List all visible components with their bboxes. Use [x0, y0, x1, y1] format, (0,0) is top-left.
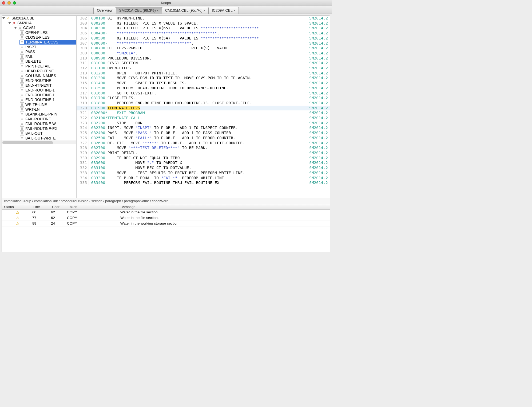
tab[interactable]: Overview — [93, 7, 116, 14]
doc-icon — [20, 107, 24, 111]
tree-item[interactable]: CLOSE-FILES — [19, 35, 76, 40]
tree-program[interactable]: SM201A — [8, 21, 76, 25]
outline-tree[interactable]: SM201A.CBL SM201A — [2, 16, 77, 198]
code-line[interactable]: 331 033000 MOVE "." TO PARDOT-XSM2014.2 — [77, 160, 330, 165]
disclosure-icon[interactable] — [14, 27, 17, 29]
code-line[interactable]: 319 031800 PERFORM END-ROUTINE THRU END-… — [77, 101, 330, 106]
tree-root[interactable]: SM201A.CBL — [2, 16, 76, 21]
scrollbar-thumb[interactable] — [2, 141, 53, 144]
tree-section[interactable]: CCVS1 — [14, 25, 76, 30]
tree-item[interactable]: BAIL-OUT-WRITE — [19, 136, 76, 141]
message-row[interactable]: ⚠7762COPYWater in the file section. — [2, 215, 330, 221]
disclosure-icon[interactable] — [8, 22, 11, 24]
close-tab-icon[interactable]: x — [157, 9, 158, 12]
code-line[interactable]: 332 033100 MOVE REC-CT TO DOTVALUE.SM201… — [77, 165, 330, 170]
code-line[interactable]: 304 030300 02 FILLER PIC IS X(65) VALUE … — [77, 26, 330, 31]
msg-line: 99 — [32, 221, 51, 226]
code-text: 031200 OPEN OUTPUT PRINT-FILE.SM2014.2 — [89, 71, 330, 76]
tree-item-label: CLOSE-FILES — [25, 35, 50, 39]
tree-item[interactable]: END-ROUTINE — [19, 78, 76, 83]
code-line[interactable]: 302 030100 01 HYPHEN-LINE.SM2014.2 — [77, 16, 330, 21]
tree-item[interactable]: END-ROUTINE-1 — [19, 88, 76, 93]
message-row[interactable]: ⚠6062COPYWater in the file section. — [2, 210, 330, 215]
code-line[interactable]: 317 031600 GO TO CCVS1-EXIT.SM2014.2 — [77, 91, 330, 96]
code-text: 033200 MOVE TEST-RESULTS TO PRINT-REC. P… — [89, 170, 330, 175]
tree-item[interactable]: HEAD-ROUTINE — [19, 69, 76, 73]
line-number: 307 — [77, 41, 89, 46]
message-row[interactable]: ⚠9924COPYWater in the working storage se… — [2, 221, 330, 226]
line-number: 314 — [77, 75, 89, 81]
code-text: 031100 OPEN-FILES.SM2014.2 — [89, 66, 330, 71]
code-line[interactable]: 321 032000* EXIT PROGRAM.SM2014.2 — [77, 110, 330, 115]
code-line[interactable]: 312 031100 OPEN-FILES.SM2014.2 — [77, 66, 330, 71]
code-line[interactable]: 327 032600 DE-LETE. MOVE "*****" TO P-OR… — [77, 141, 330, 146]
tree-item[interactable]: FAIL-ROUTINE-W — [19, 121, 76, 126]
code-line[interactable]: 318 031700 CLOSE-FILES.SM2014.2 — [77, 95, 330, 101]
tree-item[interactable]: END-ROUTINE-1 — [19, 93, 76, 97]
tree-item[interactable]: WRT-LN — [19, 107, 76, 112]
tree-item[interactable]: PASS — [19, 49, 76, 54]
code-line[interactable]: 306 030500 02 FILLER PIC IS X(54) VALUE … — [77, 36, 330, 41]
code-text: 031400 MOVE SPACE TO TEST-RESULTS.SM2014… — [89, 81, 330, 86]
code-text: 031800 PERFORM END-ROUTINE THRU END-ROUT… — [89, 101, 330, 106]
code-line[interactable]: 330 032900 IF REC-CT NOT EQUAL TO ZEROSM… — [77, 155, 330, 161]
tree-item-label: END-ROUTINE — [25, 78, 51, 83]
code-line[interactable]: 313 031200 OPEN OUTPUT PRINT-FILE.SM2014… — [77, 71, 330, 76]
tree-item[interactable]: END-ROUTINE-1 — [19, 97, 76, 102]
code-line[interactable]: 323 032200 STOP RUN.SM2014.2 — [77, 121, 330, 126]
tree-item[interactable]: INSPT — [19, 45, 76, 49]
col-line[interactable]: Line — [32, 205, 51, 209]
tree-item[interactable]: BAIL-OUT — [19, 131, 76, 136]
tree-item[interactable]: TERMINATE-CCVS — [19, 40, 76, 45]
code-line[interactable]: 322 032100*TERMINATE-CALL.SM2014.2 — [77, 115, 330, 121]
code-line[interactable]: 334 033300 IF P-OR-F EQUAL TO "FAIL*" PE… — [77, 175, 330, 181]
code-line[interactable]: 303 030200 02 FILLER PIC IS X VALUE IS S… — [77, 21, 330, 26]
tab[interactable]: IC209A.CBLx — [208, 7, 239, 14]
tab[interactable]: CM105M.CBL (95.7%)x — [162, 7, 209, 14]
code-line[interactable]: 324 032300 INSPT. MOVE "INSPT" TO P-OR-F… — [77, 125, 330, 130]
close-tab-icon[interactable]: x — [204, 9, 205, 12]
tree-item-label: DE-LETE — [25, 59, 41, 63]
titlebar[interactable]: Koopa — [0, 0, 332, 6]
code-line[interactable]: 316 031500 PERFORM HEAD-ROUTINE THRU COL… — [77, 86, 330, 91]
tree-item[interactable]: FAIL — [19, 54, 76, 59]
code-editor[interactable]: 302 030100 01 HYPHEN-LINE.SM2014.2303 03… — [77, 16, 330, 198]
code-line[interactable]: 308 030700 01 CCVS-PGM-ID PIC X(9) VALUE… — [77, 46, 330, 51]
tree-item[interactable]: DE-LETE — [19, 59, 76, 64]
code-line[interactable]: 307 030600- "***************************… — [77, 41, 330, 46]
tree-item[interactable]: BLANK-LINE-PRIN — [19, 112, 76, 117]
code-line[interactable]: 314 031300 MOVE CCVS-PGM-ID TO TEST-ID. … — [77, 75, 330, 81]
tree-item[interactable]: PRINT-DETAIL — [19, 64, 76, 69]
tree-item[interactable]: WRITE-LINE — [19, 102, 76, 107]
code-line[interactable]: 315 031400 MOVE SPACE TO TEST-RESULTS.SM… — [77, 81, 330, 86]
tab[interactable]: SM201A.CBL (99.3%)x — [116, 7, 162, 14]
tree-item[interactable]: OPEN-FILES — [19, 30, 76, 35]
tree-item-label: FAIL-ROUTINE-EX — [25, 126, 57, 131]
breadcrumb[interactable]: compilationGroup / compilationUnit / pro… — [2, 198, 330, 204]
code-line[interactable]: 333 033200 MOVE TEST-RESULTS TO PRINT-RE… — [77, 170, 330, 175]
code-line[interactable]: 329 032800 PRINT-DETAIL.SM2014.2 — [77, 150, 330, 155]
code-line[interactable]: 311 031000 CCVS1 SECTION.SM2014.2 — [77, 61, 330, 66]
tree-horizontal-scrollbar[interactable] — [2, 141, 76, 144]
code-line[interactable]: 328 032700 MOVE "****TEST DELETED****" T… — [77, 145, 330, 150]
code-line[interactable]: 305 030400- "***************************… — [77, 31, 330, 36]
col-status[interactable]: Status — [3, 205, 32, 209]
disclosure-icon[interactable] — [2, 17, 5, 19]
tree-item-label: FAIL — [25, 54, 33, 59]
code-line[interactable]: 326 032500 FAIL. MOVE "FAIL*" TO P-OR-F.… — [77, 135, 330, 141]
tree-item-label: END-ROUTINE-1 — [25, 93, 55, 97]
tree-item[interactable]: COLUMN-NAMES- — [19, 73, 76, 78]
col-message[interactable]: Message — [120, 205, 329, 209]
tree-item[interactable]: END-RTN-EXIT — [19, 83, 76, 88]
col-char[interactable]: Char — [51, 205, 67, 209]
code-line[interactable]: 309 030800 "SM201A".SM2014.2 — [77, 51, 330, 56]
close-tab-icon[interactable]: x — [234, 9, 235, 12]
tree-item[interactable]: FAIL-ROUTINE — [19, 117, 76, 121]
col-token[interactable]: Token — [67, 205, 120, 209]
code-line[interactable]: 335 033400 PERFORM FAIL-ROUTINE THRU FAI… — [77, 180, 330, 185]
code-line[interactable]: 310 030900 PROCEDURE DIVISION.SM2014.2 — [77, 56, 330, 61]
tree-item[interactable]: FAIL-ROUTINE-EX — [19, 126, 76, 131]
code-line[interactable]: 325 032400 PASS. MOVE "PASS " TO P-OR-F.… — [77, 130, 330, 135]
code-line[interactable]: 320 031900 TERMINATE-CCVS.SM2014.2 — [77, 106, 330, 111]
messages-panel[interactable]: Status Line Char Token Message ⚠6062COPY… — [2, 204, 330, 252]
